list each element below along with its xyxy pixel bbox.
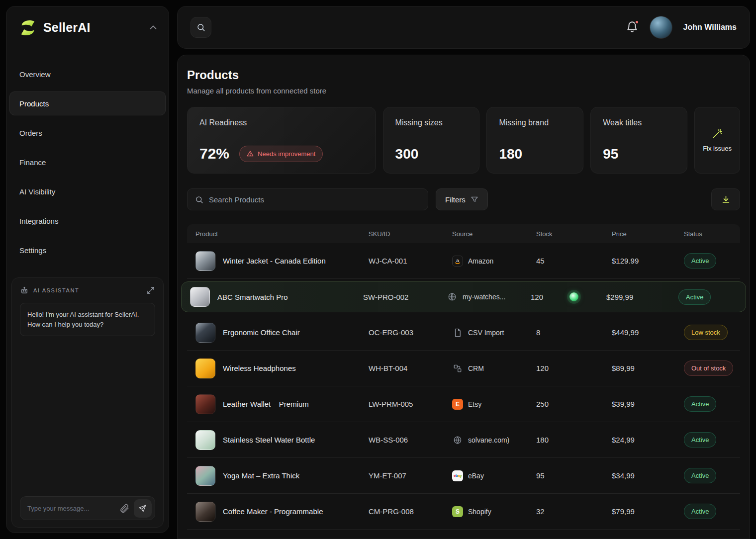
product-thumbnail [195, 323, 215, 343]
needs-improvement-badge: Needs improvement [239, 146, 323, 162]
user-name: John Williams [683, 23, 737, 32]
price-value: $24,99 [603, 436, 675, 444]
live-sync-indicator [569, 292, 578, 301]
stock-value: 95 [528, 471, 603, 480]
sku-value: WJ-CA-001 [360, 257, 444, 265]
product-name: Winter Jacket - Canada Edition [223, 257, 326, 265]
sidebar-item-label: Settings [19, 246, 46, 255]
product-thumbnail [195, 466, 215, 486]
table-row[interactable]: Wireless Headphones WH-BT-004 CRM 120 $8… [187, 351, 740, 386]
sidebar-item-label: Products [19, 99, 49, 108]
sku-value: CM-PRG-008 [360, 507, 444, 516]
price-value: $449,99 [603, 328, 675, 337]
status-badge: Active [684, 504, 716, 519]
products-toolbar: Filters [187, 188, 740, 210]
fix-issues-label: Fix issues [703, 145, 732, 152]
ai-readiness-card: AI Readiness 72% Needs improvement [187, 107, 376, 174]
table-row-selected[interactable]: ABC Smartwatch Pro SW-PRO-002 my-watches… [181, 281, 746, 312]
search-button[interactable] [190, 17, 211, 38]
filters-button[interactable]: Filters [436, 188, 488, 210]
product-thumbnail [195, 394, 215, 414]
table-row[interactable]: Ergonomic Office Chair OC-ERG-003 CSV Im… [187, 315, 740, 351]
status-badge: Out of stock [684, 360, 733, 376]
stat-label: AI Readiness [199, 118, 364, 127]
product-name: Coffee Maker - Programmable [223, 507, 323, 516]
product-search [187, 188, 428, 210]
paperclip-icon[interactable] [119, 503, 130, 514]
status-badge: Active [684, 253, 716, 269]
assistant-input-bar [20, 496, 155, 520]
stat-value: 72% [199, 145, 229, 162]
sku-value: LW-PRM-005 [360, 400, 444, 408]
magic-wand-icon [712, 128, 723, 139]
sku-value: WB-SS-006 [360, 436, 444, 444]
sidebar-item-label: Finance [19, 158, 46, 167]
assistant-message: Hello! I'm your AI assistant for SellerA… [20, 303, 155, 336]
sidebar-item-overview[interactable]: Overview [9, 62, 166, 86]
globe-icon [452, 435, 463, 446]
search-products-input[interactable] [209, 195, 420, 204]
funnel-icon [471, 195, 478, 203]
sidebar-item-label: Overview [19, 70, 51, 79]
product-thumbnail [190, 287, 210, 307]
topbar: John Williams [177, 6, 750, 49]
seller-ai-logo-icon [18, 18, 37, 37]
sidebar-item-label: Integrations [19, 217, 58, 225]
source-name: solvane.com) [468, 436, 509, 444]
sidebar-item-products[interactable]: Products [9, 91, 166, 115]
product-thumbnail [195, 430, 215, 450]
weak-titles-card: Weak titles 95 [590, 107, 687, 174]
product-name: Leather Wallet – Premium [223, 400, 309, 408]
main-content: Products Manage all products from connec… [177, 55, 750, 539]
price-value: $34,99 [603, 471, 675, 480]
fix-issues-button[interactable]: Fix issues [694, 107, 740, 174]
missing-brand-card: Missing brand 180 [486, 107, 583, 174]
sku-value: SW-PRO-002 [355, 293, 438, 301]
export-button[interactable] [711, 188, 740, 210]
chevron-up-icon[interactable] [148, 22, 159, 33]
notification-dot [635, 20, 639, 24]
search-icon [195, 195, 203, 204]
source-name: CRM [468, 364, 484, 372]
sidebar-item-ai-visibility[interactable]: AI Visibility [9, 180, 166, 203]
missing-sizes-card: Missing sizes 300 [383, 107, 480, 174]
download-icon [721, 195, 731, 204]
avatar[interactable] [650, 16, 672, 39]
product-name: Ergonomic Office Chair [223, 328, 300, 337]
stats-row: AI Readiness 72% Needs improvement Missi… [187, 107, 740, 174]
sku-value: OC-ERG-003 [360, 328, 444, 337]
product-name: Yoga Mat – Extra Thick [223, 471, 299, 480]
price-value: $39,99 [603, 400, 675, 408]
search-icon [196, 23, 205, 32]
table-row[interactable]: Winter Jacket - Canada Edition WJ-CA-001… [187, 243, 740, 279]
amazon-icon: a [452, 256, 463, 267]
table-row[interactable]: Stainless Steel Water Bottle WB-SS-006 s… [187, 422, 740, 458]
sku-value: WH-BT-004 [360, 364, 444, 372]
table-row[interactable]: Leather Wallet – Premium LW-PRM-005 EEts… [187, 386, 740, 422]
sidebar-item-settings[interactable]: Settings [9, 238, 166, 262]
sidebar-item-integrations[interactable]: Integrations [9, 209, 166, 233]
product-thumbnail [195, 359, 215, 378]
product-name: Wireless Headphones [223, 364, 296, 372]
table-row[interactable]: Yoga Mat – Extra Thick YM-ET-007 ebayeBa… [187, 458, 740, 494]
robot-icon [20, 286, 29, 295]
notifications-button[interactable] [626, 21, 639, 34]
ai-assistant-panel: AI ASSISTANT Hello! I'm your AI assistan… [11, 277, 164, 528]
stock-value: 32 [528, 507, 603, 516]
expand-icon[interactable] [146, 286, 155, 295]
product-thumbnail [195, 502, 215, 522]
sidebar-item-finance[interactable]: Finance [9, 150, 166, 174]
source-name: Amazon [468, 257, 493, 265]
svg-text:a: a [456, 257, 459, 263]
sidebar-header: SellerAI [6, 6, 169, 49]
csv-file-icon [452, 327, 463, 338]
brand-name: SellerAI [43, 20, 91, 35]
table-row[interactable]: Coffee Maker - Programmable CM-PRG-008 S… [187, 494, 740, 530]
price-value: $299,99 [598, 293, 670, 301]
sidebar-item-orders[interactable]: Orders [9, 121, 166, 145]
sku-value: YM-ET-007 [360, 471, 444, 480]
send-button[interactable] [134, 499, 152, 518]
filters-label: Filters [445, 195, 466, 204]
sidebar: SellerAI Overview Products Orders Financ… [6, 6, 169, 533]
assistant-message-input[interactable] [27, 505, 115, 512]
